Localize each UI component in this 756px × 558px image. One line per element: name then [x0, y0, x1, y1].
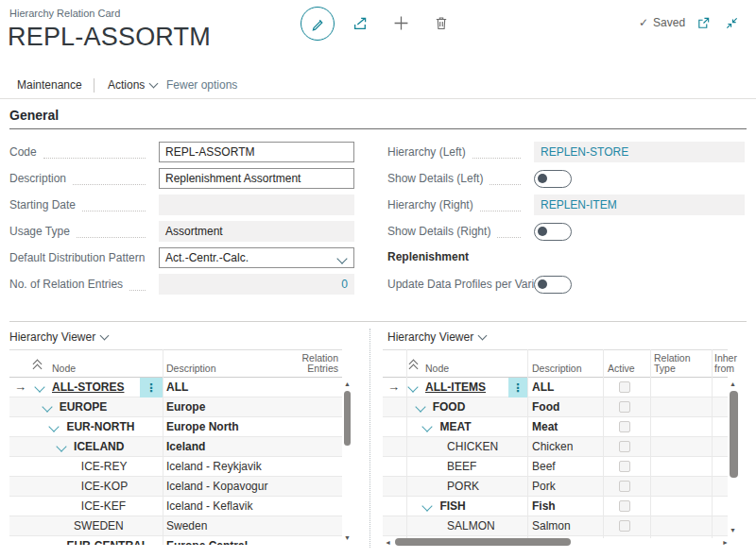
hierarchy-viewer-caption[interactable]: Hierarchy Viewer — [9, 330, 108, 344]
tree-chevron-down-icon[interactable] — [56, 441, 66, 451]
tree-chevron-down-icon[interactable] — [49, 421, 60, 431]
tree-chevron-down-icon[interactable] — [407, 381, 418, 392]
node-cell[interactable]: CHICKEN — [447, 437, 498, 457]
tree-row-pork[interactable]: PORKPork — [383, 477, 728, 497]
description-input[interactable]: Replenishment Assortment — [159, 168, 354, 189]
description-cell: Europe Central — [166, 536, 248, 545]
description-cell: Iceland - Reykjavik — [166, 457, 262, 477]
field-label-text: Show Details (Right) — [387, 225, 490, 238]
node-cell[interactable]: ICE-KOP — [81, 477, 128, 497]
show-details-left-toggle[interactable] — [534, 170, 572, 188]
scrollbar-up-arrow[interactable]: ▲ — [730, 380, 736, 388]
tree-row-beef[interactable]: BEEFBeef — [383, 457, 728, 477]
node-cell[interactable]: EUROPE — [60, 397, 108, 417]
description-cell: Europe — [166, 397, 205, 417]
tree-row-ice-kef[interactable]: ICE-KEFIceland - Keflavik — [9, 497, 342, 516]
field-label-text: Code — [9, 145, 37, 159]
tree-row-ice-rey[interactable]: ICE-REYIceland - Reykjavik — [9, 457, 342, 477]
dotted-leader — [480, 198, 521, 211]
scrollbar-up-arrow[interactable]: ▲ — [344, 380, 351, 388]
vertical-scrollbar-thumb[interactable] — [344, 391, 351, 446]
code-input[interactable]: REPL-ASSORTM — [159, 142, 354, 162]
node-cell[interactable]: PORK — [447, 477, 479, 497]
field-label-hierarchy-left: Hierarchy (Left) — [387, 142, 524, 162]
tree-row-eur-north[interactable]: EUR-NORTHEurope North — [9, 417, 342, 437]
field-label-text: Default Distribution Pattern — [9, 251, 145, 264]
vertical-scrollbar-thumb[interactable] — [730, 391, 738, 478]
row-menu-button[interactable]: ⋮ — [140, 378, 163, 397]
tree-chevron-down-icon[interactable] — [422, 421, 433, 431]
dotted-leader — [129, 278, 146, 290]
collapse-all-button[interactable] — [408, 360, 420, 371]
chevron-down-icon — [100, 331, 110, 341]
dotted-leader — [73, 172, 146, 184]
node-cell[interactable]: MEAT — [439, 417, 471, 437]
node-cell[interactable]: EUR-CENTRAL — [66, 536, 148, 545]
column-header-description: Description — [532, 364, 598, 374]
scrollbar-left-arrow[interactable]: ◄ — [385, 539, 391, 547]
field-label-show-details-left: Show Details (Left) — [387, 168, 524, 189]
tree-chevron-down-icon[interactable] — [42, 401, 52, 412]
node-cell[interactable]: FISH — [439, 497, 465, 516]
tree-chevron-down-icon[interactable] — [49, 540, 60, 545]
column-border — [712, 349, 713, 538]
tree-row-all-stores[interactable]: →ALL-STORES⋮ALL — [9, 378, 342, 397]
field-label-text: Hierarchy (Left) — [387, 145, 466, 159]
description-cell: Europe North — [166, 417, 239, 437]
node-cell[interactable]: SALMON — [447, 516, 495, 536]
tree-row-fish[interactable]: FISHFish — [383, 497, 728, 516]
active-checkbox — [619, 520, 630, 532]
show-details-right-toggle[interactable] — [534, 223, 572, 241]
scrollbar-down-arrow[interactable]: ▼ — [730, 527, 736, 534]
tree-row-europe[interactable]: EUROPEEurope — [9, 397, 342, 417]
general-fields: CodeREPL-ASSORTMDescriptionReplenishment… — [0, 0, 756, 321]
node-cell[interactable]: ICE-KEF — [81, 497, 126, 516]
scrollbar-down-arrow[interactable]: ▼ — [344, 534, 351, 542]
field-label-hierarchy-right: Hierarchy (Right) — [387, 194, 524, 215]
tree-row-meat[interactable]: MEATMeat — [383, 417, 728, 437]
hierarchy-left-link[interactable]: REPLEN-STORE — [541, 145, 628, 159]
node-cell[interactable]: ALL-STORES — [52, 378, 124, 397]
panel-splitter[interactable] — [369, 329, 371, 548]
tree-chevron-down-icon[interactable] — [415, 401, 425, 412]
description-cell: Fish — [532, 497, 556, 516]
hierarchy-right-link[interactable]: REPLEN-ITEM — [541, 198, 617, 211]
tree-chevron-down-icon[interactable] — [34, 381, 44, 392]
field-label-show-details-right: Show Details (Right) — [387, 221, 524, 242]
tree-row-all-items[interactable]: →ALL-ITEMS⋮ALL — [383, 378, 728, 397]
field-label-default-distribution-pattern: Default Distribution Pattern — [9, 247, 149, 268]
tree-row-chicken[interactable]: CHICKENChicken — [383, 437, 728, 457]
horizontal-scrollbar-thumb[interactable] — [395, 538, 571, 546]
column-header-relation-entries: Relation Entries — [274, 353, 338, 374]
collapse-all-icon — [409, 364, 419, 374]
node-cell[interactable]: SWEDEN — [74, 516, 124, 536]
no-of-relation-entries-link[interactable]: 0 — [341, 278, 348, 291]
tree-chevron-down-icon[interactable] — [422, 500, 433, 511]
collapse-all-button[interactable] — [32, 360, 43, 371]
tree-row-ice-kop[interactable]: ICE-KOPIceland - Kopavogur — [9, 477, 342, 497]
default-distribution-pattern-select[interactable]: Act.-Centr.-Calc. — [159, 247, 354, 268]
node-cell[interactable]: EUR-NORTH — [66, 417, 134, 437]
node-cell[interactable]: ALL-ITEMS — [425, 378, 486, 397]
hierarchy-viewer-caption[interactable]: Hierarchy Viewer — [387, 330, 486, 344]
update-data-profiles-per-variant-toggle[interactable] — [534, 276, 572, 294]
description-cell: Iceland - Keflavik — [166, 497, 252, 516]
dotted-leader — [82, 198, 146, 211]
node-cell[interactable]: ICE-REY — [81, 457, 128, 477]
tree-row-sweden[interactable]: SWEDENSweden — [9, 516, 342, 536]
hierarchy-viewer-right: Hierarchy ViewerNodeDescriptionActiveRel… — [383, 329, 747, 548]
dotted-leader — [490, 172, 521, 184]
description-cell: Food — [532, 397, 559, 417]
tree-row-eur-central[interactable]: EUR-CENTRALEurope Central — [9, 536, 342, 545]
tree-row-iceland[interactable]: ICELANDIceland — [9, 437, 342, 457]
tree-row-salmon[interactable]: SALMONSalmon — [383, 516, 728, 536]
node-cell[interactable]: FOOD — [433, 397, 466, 417]
node-cell[interactable]: ICELAND — [74, 437, 124, 457]
scrollbar-right-arrow[interactable]: ► — [722, 539, 729, 547]
row-menu-button[interactable]: ⋮ — [508, 378, 527, 397]
active-checkbox — [619, 500, 630, 512]
tree-row-food[interactable]: FOODFood — [383, 397, 728, 417]
node-cell[interactable]: BEEF — [447, 457, 476, 477]
column-header-description: Description — [166, 364, 251, 374]
chevron-down-icon — [478, 331, 488, 341]
